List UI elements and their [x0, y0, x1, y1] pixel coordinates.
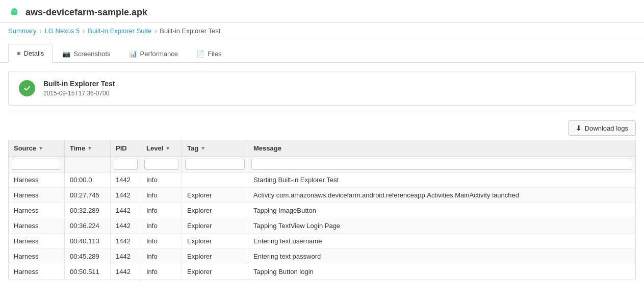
tab-screenshots[interactable]: 📷 Screenshots: [54, 44, 119, 63]
breadcrumb-suite[interactable]: Built-in Explorer Suite: [88, 27, 151, 35]
filter-level-input[interactable]: [144, 159, 178, 170]
source-sort: Source ▼: [14, 144, 43, 152]
table-row: Harness00:32.2891442InfoExplorerTapping …: [9, 203, 636, 218]
filter-tag-input[interactable]: [185, 159, 245, 170]
table-row: Harness00:40.1131442InfoExplorerEntering…: [9, 234, 636, 249]
cell-message: Tapping ImageButton: [248, 203, 636, 218]
cell-tag: Explorer: [182, 188, 248, 203]
cell-tag: Explorer: [182, 218, 248, 234]
cell-time: 00:36.224: [65, 218, 111, 234]
filter-tag-cell: [182, 157, 248, 172]
breadcrumb-sep-2: ›: [83, 28, 85, 35]
cell-time: 00:32.289: [65, 203, 111, 218]
breadcrumb: Summary › LG Nexus 5 › Built-in Explorer…: [0, 23, 644, 39]
tab-files[interactable]: 📄 Files: [188, 44, 230, 63]
cell-message: Starting Built-in Explorer Test: [248, 172, 636, 188]
cell-level: Info: [141, 218, 182, 234]
svg-point-4: [15, 11, 16, 12]
test-info-card: Built-in Explorer Test 2015-09-15T17:36-…: [8, 71, 636, 106]
breadcrumb-nexus[interactable]: LG Nexus 5: [45, 27, 80, 35]
download-logs-label: Download logs: [585, 124, 628, 132]
cell-pid: 1442: [111, 203, 141, 218]
cell-source: Harness: [9, 172, 65, 188]
col-header-tag[interactable]: Tag ▼: [182, 140, 248, 157]
list-icon: ≡: [17, 49, 21, 57]
tag-sort: Tag ▼: [187, 144, 205, 152]
cell-tag: [182, 172, 248, 188]
tab-details[interactable]: ≡ Details: [8, 44, 53, 63]
cell-level: Info: [141, 188, 182, 203]
col-header-level[interactable]: Level ▼: [141, 140, 182, 157]
android-icon: [8, 6, 20, 18]
cell-level: Info: [141, 203, 182, 218]
filter-source-input[interactable]: [12, 159, 61, 170]
svg-point-5: [22, 84, 32, 93]
cell-level: Info: [141, 172, 182, 188]
svg-point-3: [13, 11, 14, 12]
filter-pid-input[interactable]: [114, 159, 138, 170]
table-row: Harness00:36.2241442InfoExplorerTapping …: [9, 218, 636, 234]
download-logs-button[interactable]: ⬇ Download logs: [568, 120, 636, 136]
cell-message: Tapping Button login: [248, 264, 636, 280]
breadcrumb-sep-1: ›: [40, 28, 42, 35]
cell-pid: 1442: [111, 249, 141, 264]
cell-pid: 1442: [111, 264, 141, 280]
level-sort: Level ▼: [146, 144, 170, 152]
time-sort: Time ▼: [70, 144, 92, 152]
cell-source: Harness: [9, 188, 65, 203]
tab-performance[interactable]: 📊 Performance: [120, 44, 187, 63]
col-header-source[interactable]: Source ▼: [9, 140, 65, 157]
level-sort-arrow: ▼: [165, 145, 170, 151]
tabs-bar: ≡ Details 📷 Screenshots 📊 Performance 📄 …: [0, 43, 644, 63]
cell-message: Activity com.amazonaws.devicefarm.androi…: [248, 188, 636, 203]
main-content: Built-in Explorer Test 2015-09-15T17:36-…: [0, 71, 644, 280]
cell-tag: Explorer: [182, 203, 248, 218]
filter-pid-cell: [111, 157, 141, 172]
table-row: Harness00:00.01442InfoStarting Built-in …: [9, 172, 636, 188]
cell-message: Entering text username: [248, 234, 636, 249]
table-header-row: Source ▼ Time ▼ PID Level ▼: [9, 140, 636, 157]
toolbar: ⬇ Download logs: [8, 120, 636, 136]
cell-level: Info: [141, 264, 182, 280]
tab-screenshots-label: Screenshots: [73, 50, 110, 58]
table-row: Harness00:45.2891442InfoExplorerEntering…: [9, 249, 636, 264]
cell-time: 00:27.745: [65, 188, 111, 203]
filter-level-cell: [141, 157, 182, 172]
svg-rect-2: [11, 11, 17, 15]
cell-level: Info: [141, 249, 182, 264]
source-sort-arrow: ▼: [38, 145, 43, 151]
cell-pid: 1442: [111, 234, 141, 249]
table-filter-row: [9, 157, 636, 172]
cell-source: Harness: [9, 264, 65, 280]
col-header-pid: PID: [111, 140, 141, 157]
test-name: Built-in Explorer Test: [43, 80, 115, 88]
cell-tag: Explorer: [182, 264, 248, 280]
cell-message: Entering text password: [248, 249, 636, 264]
download-icon: ⬇: [576, 124, 582, 132]
cell-pid: 1442: [111, 172, 141, 188]
cell-source: Harness: [9, 249, 65, 264]
breadcrumb-summary[interactable]: Summary: [8, 27, 37, 35]
log-table: Source ▼ Time ▼ PID Level ▼: [8, 140, 636, 280]
cell-time: 00:40.113: [65, 234, 111, 249]
cell-pid: 1442: [111, 218, 141, 234]
tag-sort-arrow: ▼: [200, 145, 205, 151]
col-header-time[interactable]: Time ▼: [65, 140, 111, 157]
col-header-message: Message: [248, 140, 636, 157]
filter-source-cell: [9, 157, 65, 172]
cell-source: Harness: [9, 203, 65, 218]
chart-icon: 📊: [129, 50, 137, 58]
filter-message-cell: [248, 157, 636, 172]
filter-message-input[interactable]: [251, 159, 632, 170]
breadcrumb-current: Built-in Explorer Test: [160, 27, 220, 35]
cell-time: 00:00.0: [65, 172, 111, 188]
cell-message: Tapping TextView Login Page: [248, 218, 636, 234]
tab-files-label: Files: [208, 50, 221, 58]
cell-time: 00:45.289: [65, 249, 111, 264]
divider: [8, 114, 636, 114]
test-timestamp: 2015-09-15T17:36-0700: [43, 90, 115, 97]
file-icon: 📄: [196, 50, 204, 58]
cell-source: Harness: [9, 218, 65, 234]
table-row: Harness00:50.5111442InfoExplorerTapping …: [9, 264, 636, 280]
time-sort-arrow: ▼: [87, 145, 92, 151]
